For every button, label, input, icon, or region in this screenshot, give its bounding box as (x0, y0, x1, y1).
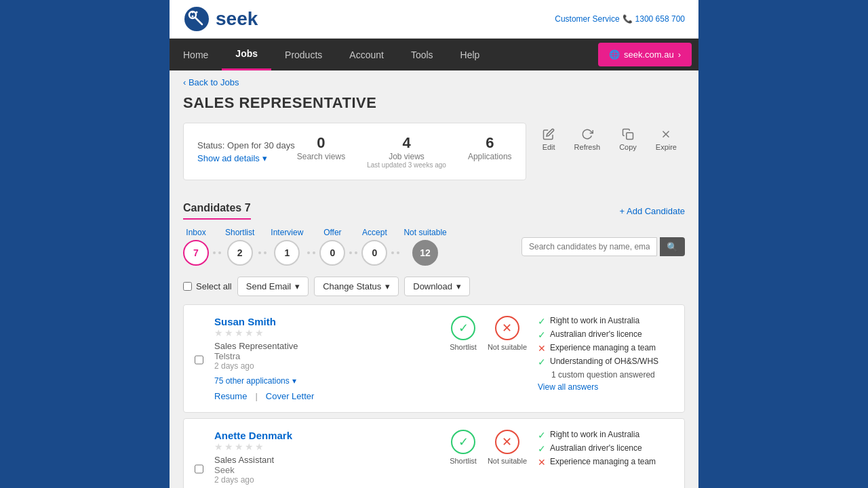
candidates-title: Candidates 7 (183, 202, 251, 220)
cover-letter-link-1[interactable]: Cover Letter (266, 391, 315, 401)
pipeline-dots-5 (390, 239, 401, 254)
pipeline-not-suitable[interactable]: Not suitable 12 (403, 228, 446, 266)
candidates-header: Candidates 7 + Add Candidate (183, 202, 685, 220)
candidate-name-2[interactable]: Anette Denmark (214, 430, 292, 441)
custom-question-1: 1 custom question answered (551, 370, 673, 380)
nav-bar: Home Jobs Products Account Tools Help 🌐 … (170, 39, 698, 70)
nav-account[interactable]: Account (336, 40, 397, 70)
seek-logo-icon (183, 5, 210, 33)
candidate-job-1: Sales Representative (214, 341, 298, 351)
change-status-button[interactable]: Change Status ▾ (314, 277, 399, 296)
candidate-checkbox-2[interactable] (195, 432, 203, 488)
criteria-item-1-1: ✓ Australian driver's licence (538, 329, 673, 340)
top-bar: seek Customer Service 📞 1300 658 700 (170, 0, 698, 39)
show-ad-details[interactable]: Show ad details ▾ (197, 153, 295, 163)
page-title: SALES REPRESENTATIVE (183, 94, 685, 112)
pipeline-accept[interactable]: Accept 0 (361, 228, 387, 266)
nav-tools[interactable]: Tools (397, 40, 447, 70)
pipeline-inbox[interactable]: Inbox 7 (183, 228, 209, 266)
svg-point-3 (192, 12, 194, 14)
shortlist-action-2[interactable]: ✓ Shortlist (450, 430, 477, 465)
candidate-time-2: 2 days ago (214, 475, 292, 485)
edit-button[interactable]: Edit (534, 123, 564, 157)
svg-rect-6 (627, 133, 633, 140)
candidate-time-1: 2 days ago (214, 361, 298, 371)
candidate-company-2: Seek (214, 465, 292, 475)
not-suitable-action-2[interactable]: ✕ Not suitable (488, 430, 527, 465)
star-rating-1[interactable]: ★★★★★ (214, 327, 298, 338)
card-criteria-1: ✓ Right to work in Australia ✓ Australia… (538, 316, 673, 401)
pipeline-shortlist[interactable]: Shortlist 2 (225, 228, 254, 266)
pipeline: Inbox 7 Shortlist 2 Interview 1 Offer 0 … (183, 228, 685, 266)
breadcrumb[interactable]: ‹ Back to Jobs (170, 70, 698, 94)
applications-metric: 6 Applications (468, 134, 512, 169)
criteria-item-2-0: ✓ Right to work in Australia (538, 430, 673, 441)
search-views-metric: 0 Search views (297, 134, 345, 169)
candidates-toolbar: Select all Send Email ▾ Change Status ▾ … (183, 277, 685, 296)
job-views-metric: 4 Job views Last updated 3 weeks ago (367, 134, 446, 169)
star-rating-2[interactable]: ★★★★★ (214, 441, 292, 452)
card-criteria-2: ✓ Right to work in Australia ✓ Australia… (538, 430, 673, 488)
criteria-item-1-3: ✓ Understanding of OH&S/WHS (538, 357, 673, 367)
criteria-item-1-0: ✓ Right to work in Australia (538, 316, 673, 327)
send-email-button[interactable]: Send Email ▾ (237, 277, 309, 296)
svg-point-4 (196, 12, 198, 14)
job-action-icons: Edit Refresh Copy Expire (534, 123, 685, 157)
search-candidates-input[interactable] (521, 237, 657, 256)
candidate-company-1: Telstra (214, 351, 298, 361)
nav-jobs[interactable]: Jobs (222, 39, 271, 70)
select-all-label: Select all (196, 281, 232, 291)
nav-products[interactable]: Products (271, 40, 336, 70)
select-all-container: Select all (183, 281, 232, 291)
seek-cta-button[interactable]: 🌐 seek.com.au › (598, 43, 692, 66)
criteria-item-2-2: ✕ Experience managing a team (538, 457, 673, 468)
view-answers-1[interactable]: View all answers (538, 382, 673, 392)
svg-point-5 (192, 16, 194, 18)
pipeline-offer[interactable]: Offer 0 (319, 228, 345, 266)
candidate-card: Susan Smith ★★★★★ Sales Representative T… (183, 304, 685, 413)
search-candidates-area: 🔍 (521, 237, 685, 256)
logo-text: seek (216, 8, 258, 30)
candidate-card-2: Anette Denmark ★★★★★ Sales Assistant See… (183, 418, 685, 488)
search-candidates-button[interactable]: 🔍 (660, 237, 685, 256)
candidate-job-2: Sales Assistant (214, 455, 292, 465)
customer-service: Customer Service 📞 1300 658 700 (555, 14, 685, 24)
pipeline-dots-3 (306, 239, 317, 254)
job-status: Status: Open for 30 days (197, 140, 295, 150)
candidate-checkbox-1[interactable] (195, 319, 203, 401)
nav-home[interactable]: Home (170, 40, 222, 70)
copy-button[interactable]: Copy (611, 123, 645, 157)
pipeline-interview[interactable]: Interview 1 (271, 228, 303, 266)
criteria-item-1-2: ✕ Experience managing a team (538, 343, 673, 354)
download-button[interactable]: Download ▾ (404, 277, 470, 296)
not-suitable-action-1[interactable]: ✕ Not suitable (488, 316, 527, 351)
pipeline-dots-2 (257, 239, 268, 254)
shortlist-action-1[interactable]: ✓ Shortlist (450, 316, 477, 351)
criteria-item-2-1: ✓ Australian driver's licence (538, 443, 673, 454)
pipeline-dots-1 (212, 239, 222, 254)
stats-metrics: 0 Search views 4 Job views Last updated … (297, 134, 512, 169)
refresh-button[interactable]: Refresh (566, 123, 609, 157)
candidate-name-1[interactable]: Susan Smith (214, 316, 298, 327)
card-links-1: Resume | Cover Letter (214, 391, 527, 401)
expire-button[interactable]: Expire (648, 123, 685, 157)
add-candidate-button[interactable]: + Add Candidate (620, 206, 686, 216)
select-all-checkbox[interactable] (183, 282, 192, 291)
resume-link-1[interactable]: Resume (214, 391, 247, 401)
other-applications-1[interactable]: 75 other applications ▾ (214, 376, 298, 386)
logo-area: seek (183, 5, 258, 33)
nav-help[interactable]: Help (447, 40, 494, 70)
pipeline-dots-4 (348, 239, 359, 254)
